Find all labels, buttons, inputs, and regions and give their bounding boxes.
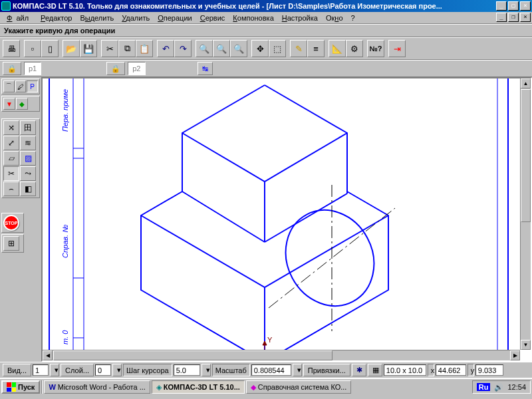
start-button[interactable]: Пуск (1, 380, 40, 394)
tab-geometry[interactable]: ⌒ (3, 80, 15, 92)
maximize-button[interactable]: ▢ (508, 1, 519, 11)
scale-value[interactable]: 0.808544 (251, 364, 291, 376)
menu-editor[interactable]: Редактор (41, 14, 72, 22)
h-scroll-thumb[interactable] (53, 350, 332, 360)
view-value[interactable]: 1 (33, 364, 49, 376)
task-word[interactable]: WMicrosoft Word - Работа ... (44, 380, 150, 394)
snap-toggle-button[interactable]: ✱ (352, 364, 366, 376)
tool-trim[interactable]: ✂ (3, 166, 19, 181)
tool-rotate[interactable]: 田 (20, 120, 36, 135)
open-button[interactable]: 📂 (63, 40, 80, 57)
task-help[interactable]: ◆Справочная система КО... (246, 380, 352, 394)
tool-deform[interactable]: ▱ (3, 151, 19, 166)
tool-fillet[interactable]: ⌢ (3, 182, 19, 196)
tool-move[interactable]: ⤨ (3, 120, 19, 135)
new-doc-button[interactable]: ▫ (24, 40, 41, 57)
tray-icon[interactable]: 🔊 (494, 383, 503, 392)
exit-button[interactable]: ⇥ (388, 40, 406, 57)
x-value: 44.662 (436, 364, 466, 376)
mdi-close-button[interactable]: × (520, 13, 531, 22)
side-text-extra: т. 0 (61, 330, 69, 344)
zoom-out-button[interactable]: 🔍 (213, 40, 230, 57)
snap-button[interactable]: Привязки... (303, 364, 350, 376)
mdi-minimize-button[interactable]: _ (496, 13, 507, 22)
task-kompas[interactable]: ◈КОМПАС-3D LT 5.10... (152, 380, 245, 394)
svg-marker-20 (263, 341, 267, 345)
menu-delete[interactable]: Удалить (122, 14, 150, 22)
menu-file[interactable]: Файл (7, 14, 33, 22)
direction-button[interactable]: ↹ (198, 62, 213, 75)
tool-scale[interactable]: ⤢ (3, 136, 19, 150)
minimize-button[interactable]: _ (496, 1, 507, 11)
measure-button[interactable]: 📐 (329, 40, 346, 57)
tab-annotations[interactable]: ▼ (3, 98, 15, 110)
window-title: КОМПАС-3D LT 5.10. Только для ознакомите… (13, 2, 495, 10)
pan-button[interactable]: ✥ (251, 40, 269, 57)
zoom-fit-button[interactable]: 🔍 (230, 40, 247, 57)
axis-y-label: Y (267, 336, 273, 344)
view-button[interactable]: Вид... (3, 364, 31, 376)
zoom-window-button[interactable]: ⬚ (269, 40, 286, 57)
menu-help[interactable]: ? (351, 14, 355, 22)
step-value[interactable]: 5.0 (174, 364, 200, 376)
tab-dimensions[interactable]: 🖊 (15, 80, 27, 92)
layer-dropdown[interactable]: ▾ (112, 364, 122, 376)
layer-value[interactable]: 0 (95, 364, 111, 376)
menu-select[interactable]: Выделить (80, 14, 114, 22)
paste-button[interactable]: 📋 (136, 40, 153, 57)
vertical-scrollbar[interactable]: ▲ ▼ (520, 78, 531, 350)
p2-field[interactable]: p2 (128, 62, 145, 75)
menu-settings[interactable]: Настройка (282, 14, 318, 22)
close-button[interactable]: × (520, 1, 531, 11)
auto-create-button[interactable]: ⊞ (3, 236, 19, 251)
tool-mirror[interactable]: ≋ (20, 136, 36, 150)
app-icon (1, 1, 11, 11)
menu-layout[interactable]: Компоновка (233, 14, 273, 22)
properties-button[interactable]: ≡ (307, 40, 325, 57)
zoom-in-button[interactable]: 🔍 (196, 40, 213, 57)
context-help-button[interactable]: №? (367, 40, 384, 57)
tab-edit[interactable]: P (27, 80, 38, 92)
scale-dropdown[interactable]: ▾ (293, 364, 302, 376)
p1-lock-button[interactable]: 🔒 (3, 62, 21, 75)
tool-chamfer[interactable]: ◧ (20, 182, 36, 196)
drawing-canvas[interactable]: Перв. приме Справ. № т. 0 (41, 77, 532, 362)
scroll-left-button[interactable]: ◀ (43, 350, 53, 360)
save-button[interactable]: 💾 (80, 40, 97, 57)
print-button[interactable]: 🖶 (3, 40, 20, 57)
menu-window[interactable]: Окно (326, 14, 343, 22)
redo-button[interactable]: ↷ (174, 40, 192, 57)
grid-value[interactable]: 10.0 x 10.0 (384, 364, 426, 376)
tool-copy[interactable]: ▨ (20, 151, 36, 166)
tab-symbols[interactable]: ◆ (16, 98, 28, 110)
view-dropdown[interactable]: ▾ (50, 364, 59, 376)
system-tray: Ru 🔊 12:54 (472, 380, 531, 394)
language-indicator[interactable]: Ru (477, 383, 491, 391)
scroll-right-button[interactable]: ▶ (510, 350, 520, 360)
step-dropdown[interactable]: ▾ (201, 364, 211, 376)
tool-extend[interactable]: ⤳ (20, 166, 36, 181)
windows-logo-icon (7, 382, 16, 392)
drawing-svg: Перв. приме Справ. № т. 0 (43, 78, 521, 352)
scroll-down-button[interactable]: ▼ (521, 340, 531, 350)
copy-button[interactable]: ⧉ (118, 40, 136, 57)
horizontal-scrollbar[interactable]: ◀ ▶ (43, 350, 520, 360)
grid-toggle-button[interactable]: ▦ (368, 364, 382, 376)
scroll-up-button[interactable]: ▲ (521, 78, 531, 88)
cut-button[interactable]: ✂ (101, 40, 118, 57)
windows-taskbar: Пуск WMicrosoft Word - Работа ... ◈КОМПА… (0, 378, 532, 395)
p1-field[interactable]: p1 (24, 62, 41, 75)
settings-button[interactable]: ⚙ (346, 40, 363, 57)
v-scroll-thumb[interactable] (521, 89, 531, 222)
p2-lock-button[interactable]: 🔒 (106, 62, 125, 75)
undo-button[interactable]: ↶ (157, 40, 174, 57)
new-sheet-button[interactable]: ▯ (41, 40, 59, 57)
menu-operations[interactable]: Операции (158, 14, 192, 22)
operation-prompt: Укажите кривую для операции (0, 24, 532, 37)
mdi-restore-button[interactable]: ❐ (508, 13, 519, 22)
clock: 12:54 (507, 383, 526, 391)
layer-button[interactable]: Слой... (61, 364, 94, 376)
menu-service[interactable]: Сервис (200, 14, 225, 22)
edit-tool-button[interactable]: ✎ (290, 40, 307, 57)
stop-button[interactable]: STOP (3, 215, 19, 231)
